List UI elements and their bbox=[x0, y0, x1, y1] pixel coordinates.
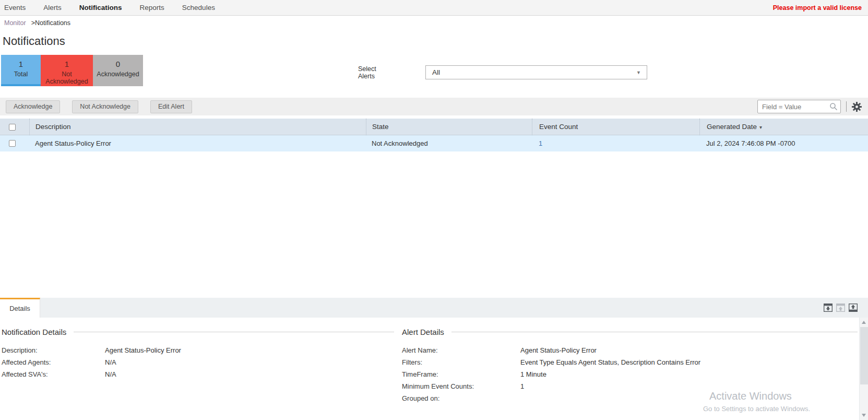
table-row[interactable]: Agent Status-Policy Error Not Acknowledg… bbox=[0, 135, 868, 151]
table-header: Description State Event Count Generated … bbox=[0, 119, 868, 135]
row-generated-date: Jul 2, 2024 7:46:08 PM -0700 bbox=[699, 135, 868, 151]
select-alerts-dropdown[interactable]: All ▼ bbox=[425, 65, 647, 79]
field-value: 1 Minute bbox=[520, 370, 546, 378]
scrollbar-thumb[interactable] bbox=[860, 327, 868, 384]
toolbar: Acknowledge Not Acknowledge Edit Alert bbox=[0, 98, 868, 115]
not-acknowledge-button[interactable]: Not Acknowledge bbox=[72, 100, 138, 113]
scrollbar-down-arrow-icon[interactable] bbox=[862, 414, 866, 417]
search-wrap bbox=[757, 100, 841, 113]
field-value: Agent Status-Policy Error bbox=[105, 346, 181, 354]
acknowledge-button[interactable]: Acknowledge bbox=[6, 100, 60, 113]
top-navbar: Events Alerts Notifications Reports Sche… bbox=[0, 0, 868, 16]
generated-date-label: Generated Date bbox=[707, 123, 757, 131]
field-alert-name: Alert Name: Agent Status-Policy Error bbox=[402, 344, 858, 356]
field-label: Minimum Event Counts: bbox=[402, 382, 520, 390]
collapse-panel-up-icon[interactable] bbox=[836, 304, 845, 312]
breadcrumb-monitor[interactable]: Monitor bbox=[4, 19, 26, 27]
field-label: TimeFrame: bbox=[402, 370, 520, 378]
field-value: Event Type Equals Agent Status, Descript… bbox=[520, 358, 700, 366]
stat-box-total[interactable]: 1 Total bbox=[1, 55, 41, 86]
breadcrumb: Monitor >Notifications bbox=[0, 16, 868, 30]
column-header-event-count[interactable]: Event Count bbox=[532, 119, 699, 135]
expand-panel-up-icon[interactable] bbox=[849, 304, 858, 312]
field-value: 1 bbox=[520, 382, 524, 390]
select-all-checkbox[interactable] bbox=[9, 124, 16, 131]
section-rule bbox=[74, 332, 394, 332]
select-alerts-label: Select Alerts bbox=[358, 65, 393, 80]
column-header-description[interactable]: Description bbox=[29, 119, 366, 135]
header-checkbox-cell bbox=[0, 119, 29, 135]
license-warning: Please import a valid license bbox=[773, 4, 862, 11]
breadcrumb-current: >Notifications bbox=[31, 19, 70, 27]
row-checkbox-cell bbox=[0, 135, 29, 151]
stat-box-acknowledged[interactable]: 0 Acknowledged bbox=[93, 55, 143, 86]
row-description: Agent Status-Policy Error bbox=[29, 135, 366, 151]
field-label: Grouped on: bbox=[402, 394, 520, 402]
row-checkbox[interactable] bbox=[9, 140, 16, 147]
nav-items: Events Alerts Notifications Reports Sche… bbox=[4, 4, 215, 11]
watermark-line2: Go to Settings to activate Windows. bbox=[703, 405, 810, 413]
stat-notack-count: 1 bbox=[41, 60, 93, 68]
edit-alert-button[interactable]: Edit Alert bbox=[150, 100, 192, 113]
field-value: N/A bbox=[105, 370, 116, 378]
stat-notack-label: Not Acknowledged bbox=[41, 71, 93, 85]
nav-item-schedules[interactable]: Schedules bbox=[182, 4, 215, 11]
toolbar-right bbox=[757, 100, 862, 113]
collapse-panel-down-icon[interactable] bbox=[824, 304, 833, 312]
field-value: Agent Status-Policy Error bbox=[520, 346, 597, 354]
nav-item-notifications[interactable]: Notifications bbox=[79, 4, 122, 11]
field-filters: Filters: Event Type Equals Agent Status,… bbox=[402, 356, 858, 368]
search-icon bbox=[829, 102, 838, 111]
stat-box-not-acknowledged[interactable]: 1 Not Acknowledged bbox=[41, 55, 93, 86]
stat-total-count: 1 bbox=[1, 60, 41, 68]
column-header-generated-date[interactable]: Generated Date▾ bbox=[699, 119, 868, 135]
gear-icon[interactable] bbox=[852, 102, 862, 112]
details-tabbar: Details bbox=[0, 298, 868, 318]
select-alerts-group: Select Alerts All ▼ bbox=[358, 65, 647, 79]
panel-icons bbox=[824, 304, 858, 312]
section-rule bbox=[451, 332, 858, 332]
chevron-down-icon: ▼ bbox=[636, 70, 641, 75]
search-input[interactable] bbox=[757, 100, 841, 113]
column-header-state[interactable]: State bbox=[366, 119, 532, 135]
notification-details-title: Notification Details bbox=[2, 328, 66, 336]
stat-ack-count: 0 bbox=[93, 60, 143, 68]
field-label: Affected SVA's: bbox=[2, 370, 105, 378]
tab-details[interactable]: Details bbox=[0, 298, 40, 318]
field-label: Description: bbox=[2, 346, 105, 354]
page-title: Notifications bbox=[0, 30, 868, 52]
notification-details-section: Notification Details Description: Agent … bbox=[2, 318, 394, 380]
field-timeframe: TimeFrame: 1 Minute bbox=[402, 368, 858, 380]
sort-desc-icon: ▾ bbox=[759, 124, 762, 130]
row-event-count-link[interactable]: 1 bbox=[539, 139, 542, 147]
alert-details-title: Alert Details bbox=[402, 328, 444, 336]
details-scrollbar[interactable] bbox=[859, 318, 868, 420]
scrollbar-up-arrow-icon[interactable] bbox=[862, 321, 866, 324]
nav-item-events[interactable]: Events bbox=[4, 4, 26, 11]
nav-item-alerts[interactable]: Alerts bbox=[43, 4, 62, 11]
toolbar-divider bbox=[846, 101, 847, 112]
field-description: Description: Agent Status-Policy Error bbox=[2, 344, 394, 356]
activate-windows-watermark: Activate Windows Go to Settings to activ… bbox=[703, 390, 810, 413]
field-affected-agents: Affected Agents: N/A bbox=[2, 356, 394, 368]
field-label: Affected Agents: bbox=[2, 358, 105, 366]
select-alerts-value: All bbox=[432, 68, 440, 76]
stat-total-label: Total bbox=[1, 71, 41, 78]
watermark-line1: Activate Windows bbox=[709, 390, 810, 402]
nav-item-reports[interactable]: Reports bbox=[140, 4, 164, 11]
row-state: Not Acknowledged bbox=[366, 135, 532, 151]
field-affected-svas: Affected SVA's: N/A bbox=[2, 368, 394, 380]
field-value: N/A bbox=[105, 358, 116, 366]
field-label: Filters: bbox=[402, 358, 520, 366]
stats-row: 1 Total 1 Not Acknowledged 0 Acknowledge… bbox=[0, 55, 868, 88]
stat-ack-label: Acknowledged bbox=[93, 71, 143, 78]
field-label: Alert Name: bbox=[402, 346, 520, 354]
